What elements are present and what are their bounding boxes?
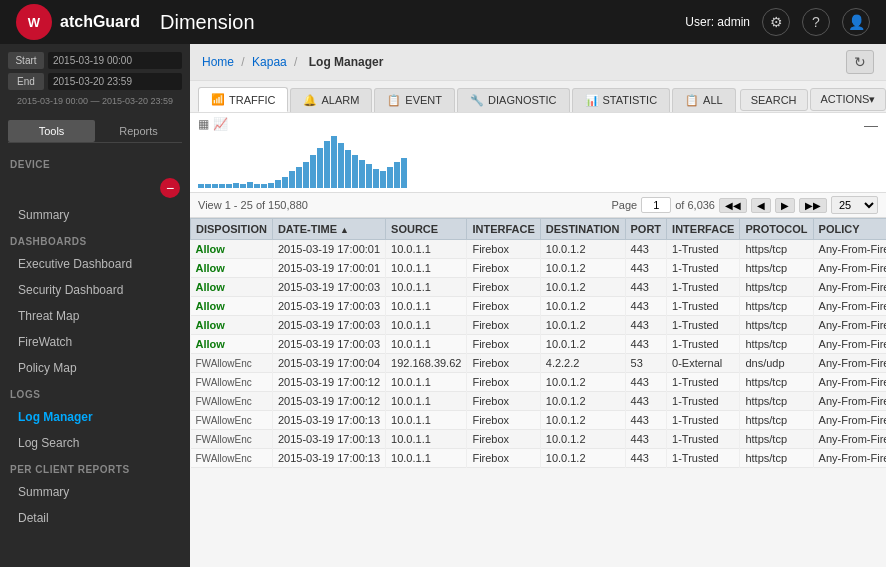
col-protocol[interactable]: PROTOCOL bbox=[740, 219, 813, 240]
sidebar-item-sec-dashboard[interactable]: Security Dashboard bbox=[0, 277, 190, 303]
breadcrumb-middle[interactable]: Kapaa bbox=[252, 55, 287, 69]
per-page-select[interactable]: 25 50 100 bbox=[831, 196, 878, 214]
breadcrumb-home[interactable]: Home bbox=[202, 55, 234, 69]
tab-event[interactable]: 📋 EVENT bbox=[374, 88, 455, 112]
line-chart-icon[interactable]: 📈 bbox=[213, 117, 228, 131]
tab-traffic[interactable]: 📶 TRAFFIC bbox=[198, 87, 288, 112]
cell-policy: Any-From-Firebox-00 bbox=[813, 392, 886, 411]
first-page-button[interactable]: ◀◀ bbox=[719, 198, 747, 213]
col-datetime[interactable]: DATE-TIME ▲ bbox=[272, 219, 385, 240]
table-row[interactable]: FWAllowEnc 2015-03-19 17:00:13 10.0.1.1 … bbox=[191, 449, 887, 468]
col-source[interactable]: SOURCE bbox=[386, 219, 467, 240]
sidebar-item-exec-dashboard[interactable]: Executive Dashboard bbox=[0, 251, 190, 277]
tab-tools[interactable]: Tools bbox=[8, 120, 95, 142]
cell-protocol: https/tcp bbox=[740, 278, 813, 297]
sidebar-item-log-search[interactable]: Log Search bbox=[0, 430, 190, 456]
help-icon[interactable]: ? bbox=[802, 8, 830, 36]
chart-bar bbox=[373, 169, 379, 188]
cell-policy: Any-From-Firebox-00 bbox=[813, 278, 886, 297]
cell-policy: Any-From-Firebox-00 bbox=[813, 297, 886, 316]
table-row[interactable]: FWAllowEnc 2015-03-19 17:00:04 192.168.3… bbox=[191, 354, 887, 373]
table-row[interactable]: Allow 2015-03-19 17:00:03 10.0.1.1 Fireb… bbox=[191, 278, 887, 297]
tab-bar: 📶 TRAFFIC 🔔 ALARM 📋 EVENT 🔧 DIAGNOSTIC 📊… bbox=[190, 81, 886, 113]
cell-iface-dst: 1-Trusted bbox=[667, 430, 740, 449]
cell-iface-src: Firebox bbox=[467, 240, 540, 259]
col-port[interactable]: PORT bbox=[625, 219, 667, 240]
sidebar-item-log-manager[interactable]: Log Manager bbox=[0, 404, 190, 430]
sidebar-item-per-client-detail[interactable]: Detail bbox=[0, 505, 190, 531]
col-iface-src[interactable]: INTERFACE bbox=[467, 219, 540, 240]
section-per-client: PER CLIENT REPORTS bbox=[0, 456, 190, 479]
cell-policy: Any-From-Firebox-00 bbox=[813, 430, 886, 449]
cell-disposition: Allow bbox=[191, 259, 273, 278]
cell-policy: Any-From-Firebox-00 bbox=[813, 373, 886, 392]
cell-disposition: FWAllowEnc bbox=[191, 449, 273, 468]
start-label: Start bbox=[8, 52, 44, 69]
cell-protocol: https/tcp bbox=[740, 449, 813, 468]
end-value: 2015-03-20 23:59 bbox=[48, 73, 182, 90]
cell-datetime: 2015-03-19 17:00:03 bbox=[272, 335, 385, 354]
sidebar-item-policy-map[interactable]: Policy Map bbox=[0, 355, 190, 381]
cell-iface-src: Firebox bbox=[467, 316, 540, 335]
col-policy[interactable]: POLICY bbox=[813, 219, 886, 240]
tab-statistic[interactable]: 📊 STATISTIC bbox=[572, 88, 671, 112]
cell-policy: Any-From-Firebox-00 bbox=[813, 259, 886, 278]
tab-alarm[interactable]: 🔔 ALARM bbox=[290, 88, 372, 112]
settings-icon[interactable]: ⚙ bbox=[762, 8, 790, 36]
cell-protocol: https/tcp bbox=[740, 259, 813, 278]
table-header: DISPOSITION DATE-TIME ▲ SOURCE INTERFACE… bbox=[191, 219, 887, 240]
chart-bar bbox=[296, 167, 302, 188]
pagination-controls: Page of 6,036 ◀◀ ◀ ▶ ▶▶ 25 50 100 bbox=[612, 196, 878, 214]
cell-iface-src: Firebox bbox=[467, 335, 540, 354]
cell-iface-dst: 1-Trusted bbox=[667, 278, 740, 297]
cell-iface-dst: 1-Trusted bbox=[667, 411, 740, 430]
table-row[interactable]: FWAllowEnc 2015-03-19 17:00:12 10.0.1.1 … bbox=[191, 392, 887, 411]
col-disposition[interactable]: DISPOSITION bbox=[191, 219, 273, 240]
breadcrumb-current: Log Manager bbox=[309, 55, 384, 69]
profile-icon[interactable]: 👤 bbox=[842, 8, 870, 36]
cell-disposition: FWAllowEnc bbox=[191, 411, 273, 430]
cell-policy: Any-From-Firebox-00 bbox=[813, 240, 886, 259]
table-row[interactable]: FWAllowEnc 2015-03-19 17:00:12 10.0.1.1 … bbox=[191, 373, 887, 392]
cell-iface-src: Firebox bbox=[467, 373, 540, 392]
cell-datetime: 2015-03-19 17:00:13 bbox=[272, 411, 385, 430]
tab-diagnostic[interactable]: 🔧 DIAGNOSTIC bbox=[457, 88, 569, 112]
actions-button[interactable]: ACTIONS▾ bbox=[810, 88, 886, 111]
cell-port: 443 bbox=[625, 392, 667, 411]
table-row[interactable]: Allow 2015-03-19 17:00:01 10.0.1.1 Fireb… bbox=[191, 259, 887, 278]
chart-bar bbox=[240, 184, 246, 188]
bar-chart-icon[interactable]: ▦ bbox=[198, 117, 209, 131]
cell-port: 443 bbox=[625, 259, 667, 278]
refresh-button[interactable]: ↻ bbox=[846, 50, 874, 74]
sidebar-item-firewatch[interactable]: FireWatch bbox=[0, 329, 190, 355]
sidebar-item-per-client-summary[interactable]: Summary bbox=[0, 479, 190, 505]
tab-all[interactable]: 📋 ALL bbox=[672, 88, 736, 112]
page-input[interactable] bbox=[641, 197, 671, 213]
table-row[interactable]: Allow 2015-03-19 17:00:03 10.0.1.1 Fireb… bbox=[191, 297, 887, 316]
cell-disposition: FWAllowEnc bbox=[191, 373, 273, 392]
tab-alarm-label: ALARM bbox=[321, 94, 359, 106]
next-page-button[interactable]: ▶ bbox=[775, 198, 795, 213]
collapse-btn[interactable]: − bbox=[160, 178, 180, 198]
cell-iface-src: Firebox bbox=[467, 411, 540, 430]
table-row[interactable]: Allow 2015-03-19 17:00:03 10.0.1.1 Fireb… bbox=[191, 316, 887, 335]
search-button[interactable]: SEARCH bbox=[740, 89, 808, 111]
chart-bar bbox=[233, 183, 239, 188]
table-row[interactable]: FWAllowEnc 2015-03-19 17:00:13 10.0.1.1 … bbox=[191, 430, 887, 449]
last-page-button[interactable]: ▶▶ bbox=[799, 198, 827, 213]
prev-page-button[interactable]: ◀ bbox=[751, 198, 771, 213]
col-destination[interactable]: DESTINATION bbox=[540, 219, 625, 240]
sidebar-item-threat-map[interactable]: Threat Map bbox=[0, 303, 190, 329]
tab-reports[interactable]: Reports bbox=[95, 120, 182, 142]
cell-destination: 10.0.1.2 bbox=[540, 316, 625, 335]
event-icon: 📋 bbox=[387, 94, 401, 107]
cell-source: 10.0.1.1 bbox=[386, 411, 467, 430]
chart-close-icon[interactable]: — bbox=[864, 117, 878, 133]
table-row[interactable]: Allow 2015-03-19 17:00:03 10.0.1.1 Fireb… bbox=[191, 335, 887, 354]
sidebar-item-device-summary[interactable]: Summary bbox=[0, 202, 190, 228]
table-row[interactable]: FWAllowEnc 2015-03-19 17:00:13 10.0.1.1 … bbox=[191, 411, 887, 430]
section-device: DEVICE bbox=[0, 151, 190, 174]
col-iface-dst[interactable]: INTERFACE bbox=[667, 219, 740, 240]
cell-iface-src: Firebox bbox=[467, 392, 540, 411]
table-row[interactable]: Allow 2015-03-19 17:00:01 10.0.1.1 Fireb… bbox=[191, 240, 887, 259]
